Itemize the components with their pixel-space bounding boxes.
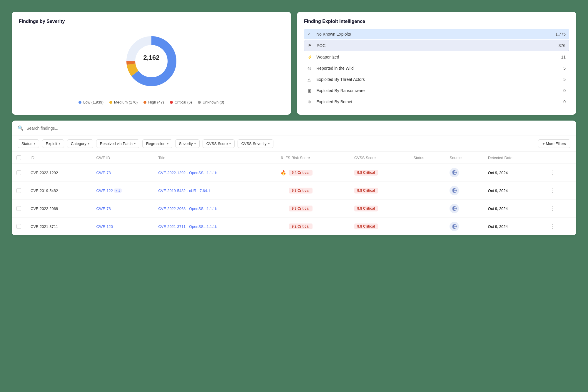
filter-btn-category[interactable]: Category▾ bbox=[67, 139, 93, 148]
row-source bbox=[445, 218, 483, 236]
row-status bbox=[409, 218, 445, 236]
fs-risk-col: 🔥 9.4 Critical bbox=[280, 170, 345, 176]
table-row: CVE-2022-1292 CWE-78 CVE-2022-1292 - Ope… bbox=[12, 164, 576, 182]
cwe-link[interactable]: CWE-120 bbox=[96, 224, 113, 229]
donut-chart: 2,162 bbox=[122, 32, 181, 91]
exploit-item-6[interactable]: ⊕ Exploited By Botnet 0 bbox=[304, 96, 569, 107]
row-cwe-id: CWE-78 bbox=[92, 200, 154, 218]
source-icon bbox=[450, 168, 459, 177]
exploit-item-2[interactable]: ⚡ Weaponized 11 bbox=[304, 52, 569, 62]
row-cwe-id: CWE-78 bbox=[92, 164, 154, 182]
row-menu-button[interactable]: ⋮ bbox=[548, 187, 557, 194]
legend-unknown-label: Unknown (0) bbox=[203, 100, 224, 104]
cwe-badge: CWE-78 bbox=[96, 206, 111, 211]
legend-medium: Medium (170) bbox=[109, 100, 138, 104]
exploit-item-0[interactable]: ✓ No Known Exploits 1,775 bbox=[304, 29, 569, 39]
fs-risk-col: 9.3 Critical bbox=[280, 188, 345, 194]
title-link[interactable]: CVE-2022-1292 - OpenSSL:1.1.1b bbox=[158, 171, 217, 175]
chevron-down-icon: ▾ bbox=[134, 142, 136, 145]
exploit-item-icon: △ bbox=[308, 77, 313, 82]
filter-btn-resolved-via-patch[interactable]: Resolved via Patch▾ bbox=[96, 139, 139, 148]
search-input[interactable] bbox=[26, 126, 570, 131]
legend-unknown: Unknown (0) bbox=[198, 100, 224, 104]
legend-critical-label: Critical (6) bbox=[175, 100, 192, 104]
filter-btn-severity[interactable]: Severity▾ bbox=[175, 139, 200, 148]
row-fs-risk: 🔥 9.4 Critical bbox=[276, 164, 350, 182]
risk-badge: 9.3 Critical bbox=[289, 188, 313, 194]
row-date: Oct 9, 2024 bbox=[483, 218, 544, 236]
filter-label: CVSS Score bbox=[206, 141, 228, 146]
exploit-item-4[interactable]: △ Exploited By Threat Actors 5 bbox=[304, 74, 569, 85]
row-status bbox=[409, 200, 445, 218]
row-checkbox[interactable] bbox=[16, 224, 21, 229]
filter-btn-cvss-score[interactable]: CVSS Score▾ bbox=[203, 139, 235, 148]
filter-btn-regression[interactable]: Regression▾ bbox=[142, 139, 172, 148]
th-status: Status bbox=[409, 152, 445, 164]
filter-btn-cvss-severity[interactable]: CVSS Severity▾ bbox=[238, 139, 273, 148]
row-menu-button[interactable]: ⋮ bbox=[548, 169, 557, 176]
chevron-down-icon: ▾ bbox=[194, 142, 196, 145]
row-fs-risk: 9.2 Critical bbox=[276, 218, 350, 236]
exploit-item-1[interactable]: ⚑ POC 376 bbox=[304, 40, 569, 51]
chevron-down-icon: ▾ bbox=[167, 142, 168, 145]
row-source bbox=[445, 182, 483, 200]
th-cwe-id: CWE ID bbox=[92, 152, 154, 164]
exploit-item-label: POC bbox=[317, 43, 559, 48]
row-checkbox[interactable] bbox=[16, 170, 21, 175]
exploit-item-5[interactable]: ▣ Exploited By Ransomware 0 bbox=[304, 85, 569, 96]
cwe-badge: CWE-78 bbox=[96, 171, 111, 175]
row-menu: ⋮ bbox=[544, 218, 576, 236]
filter-label: Resolved via Patch bbox=[100, 141, 133, 146]
row-title: CVE-2019-5482 - cURL:7.64.1 bbox=[153, 182, 276, 200]
legend-critical-dot bbox=[170, 101, 173, 104]
row-checkbox[interactable] bbox=[16, 188, 21, 193]
cwe-link[interactable]: CWE-122 bbox=[96, 189, 113, 193]
exploit-item-icon: ▣ bbox=[308, 88, 313, 93]
table-row: CVE-2019-5482 CWE-122 + 1 CVE-2019-5482 … bbox=[12, 182, 576, 200]
donut-legend: Low (1,939) Medium (170) High (47) Criti… bbox=[19, 100, 284, 104]
row-checkbox[interactable] bbox=[16, 206, 21, 211]
title-link[interactable]: CVE-2019-5482 - cURL:7.64.1 bbox=[158, 189, 210, 193]
table-row: CVE-2022-2068 CWE-78 CVE-2022-2068 - Ope… bbox=[12, 200, 576, 218]
cvss-badge: 9.8 Critical bbox=[354, 188, 378, 194]
row-menu-button[interactable]: ⋮ bbox=[548, 205, 557, 212]
title-link[interactable]: CVE-2022-2068 - OpenSSL:1.1.1b bbox=[158, 206, 217, 211]
th-id: ID bbox=[26, 152, 92, 164]
select-all-checkbox[interactable] bbox=[16, 155, 21, 160]
row-fs-risk: 9.3 Critical bbox=[276, 182, 350, 200]
row-title: CVE-2022-1292 - OpenSSL:1.1.1b bbox=[153, 164, 276, 182]
donut-total: 2,162 bbox=[143, 54, 159, 61]
exploit-item-3[interactable]: ◎ Reported in the Wild 5 bbox=[304, 63, 569, 74]
source-icon bbox=[450, 204, 459, 213]
cvss-badge: 9.8 Critical bbox=[354, 170, 378, 176]
table-row: CVE-2021-3711 CWE-120 CVE-2021-3711 - Op… bbox=[12, 218, 576, 236]
filter-btn-exploit[interactable]: Exploit▾ bbox=[42, 139, 64, 148]
sort-icon: ⇅ bbox=[280, 156, 283, 160]
cwe-link[interactable]: CWE-78 bbox=[96, 206, 111, 211]
filters-row: Status▾Exploit▾Category▾Resolved via Pat… bbox=[12, 136, 576, 152]
row-menu-button[interactable]: ⋮ bbox=[548, 223, 557, 230]
filter-label: Status bbox=[21, 141, 32, 146]
filter-btn-status[interactable]: Status▾ bbox=[18, 139, 39, 148]
exploit-item-label: No Known Exploits bbox=[316, 32, 555, 36]
more-filters-button[interactable]: + More Filters bbox=[538, 139, 570, 148]
chevron-down-icon: ▾ bbox=[268, 142, 270, 145]
exploit-item-count: 0 bbox=[563, 88, 566, 93]
row-source bbox=[445, 200, 483, 218]
cwe-link[interactable]: CWE-78 bbox=[96, 171, 111, 175]
row-menu: ⋮ bbox=[544, 164, 576, 182]
row-date: Oct 9, 2024 bbox=[483, 200, 544, 218]
legend-high: High (47) bbox=[143, 100, 164, 104]
title-link[interactable]: CVE-2021-3711 - OpenSSL:1.1.1b bbox=[158, 224, 217, 229]
exploit-item-count: 0 bbox=[563, 99, 566, 104]
exploit-card-title: Finding Exploit Intelligence bbox=[304, 19, 569, 24]
exploit-item-icon: ✓ bbox=[308, 32, 313, 36]
legend-critical: Critical (6) bbox=[170, 100, 192, 104]
chevron-down-icon: ▾ bbox=[34, 142, 35, 145]
cvss-badge: 9.8 Critical bbox=[354, 223, 378, 229]
row-cwe-id: CWE-120 bbox=[92, 218, 154, 236]
row-checkbox-cell bbox=[12, 200, 26, 218]
exploit-list: ✓ No Known Exploits 1,775 ⚑ POC 376 ⚡ We… bbox=[304, 29, 569, 107]
source-svg bbox=[452, 224, 457, 229]
row-cvss-score: 9.8 Critical bbox=[350, 164, 409, 182]
